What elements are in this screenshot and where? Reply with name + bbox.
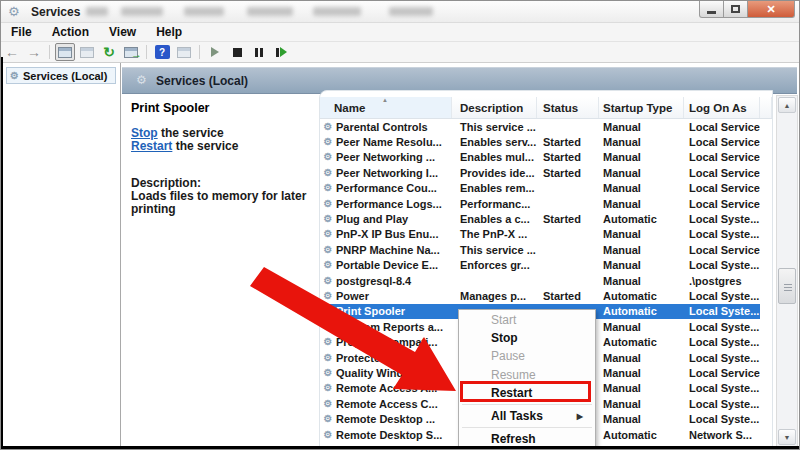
description-text: printing [131, 202, 176, 216]
menu-view[interactable]: View [99, 25, 146, 39]
column-header-status[interactable]: Status [537, 97, 599, 118]
cell-startup: Manual [599, 367, 684, 379]
forward-button[interactable]: → [24, 43, 44, 61]
tree-item-services-local[interactable]: ⚙ Services (Local) [6, 67, 116, 84]
table-row[interactable]: ⚙Performance Logs...Performanc...ManualL… [320, 196, 760, 211]
column-header-log-on-as[interactable]: Log On As [684, 97, 760, 118]
service-gear-icon: ⚙ [320, 137, 336, 147]
console-window-icon [80, 47, 94, 58]
cell-name: Quality Windows A... [336, 367, 452, 379]
table-row[interactable]: ⚙Parental ControlsThis service ...Manual… [320, 119, 760, 134]
services-app-icon: ⚙ [8, 4, 20, 19]
table-row[interactable]: ⚙Performance Cou...Enables rem...ManualL… [320, 181, 760, 196]
cell-status: Started [537, 136, 599, 148]
stop-service-link[interactable]: Stop [131, 126, 158, 140]
console-tree-pane: ⚙ Services (Local) [3, 63, 121, 446]
column-header-name[interactable]: Name▲ [320, 97, 452, 118]
cell-logon: Local Syste... [684, 321, 760, 333]
service-gear-icon: ⚙ [320, 245, 336, 255]
service-gear-icon: ⚙ [320, 306, 336, 316]
context-menu-item-all-tasks[interactable]: All Tasks▶ [459, 407, 595, 425]
service-gear-icon: ⚙ [320, 122, 336, 132]
minimize-icon [707, 11, 716, 14]
service-gear-icon: ⚙ [320, 229, 336, 239]
cell-startup: Manual [599, 136, 684, 148]
service-gear-icon: ⚙ [320, 199, 336, 209]
stop-service-button[interactable] [227, 43, 247, 61]
column-header-extra [760, 97, 772, 118]
scrollbar-thumb[interactable] [778, 268, 796, 304]
cell-startup: Manual [599, 352, 684, 364]
cell-logon: Local Service [684, 367, 760, 379]
console-window-button[interactable] [77, 43, 97, 61]
close-button[interactable]: ✕ [747, 1, 795, 18]
cell-startup: Manual [599, 151, 684, 163]
menu-file[interactable]: File [1, 25, 42, 39]
background-strip [1, 57, 3, 450]
column-header-startup-type[interactable]: Startup Type [599, 97, 684, 118]
back-button[interactable]: ← [2, 43, 22, 61]
menu-action[interactable]: Action [42, 25, 99, 39]
scroll-down-button[interactable]: ▼ [778, 429, 796, 445]
start-service-button[interactable] [205, 43, 225, 61]
cell-logon: Local Syste... [684, 336, 760, 348]
context-menu-item-stop[interactable]: Stop [459, 329, 595, 347]
context-menu-item-start: Start [459, 311, 595, 329]
cell-name: Plug and Play [336, 213, 452, 225]
maximize-button[interactable] [723, 1, 748, 18]
service-gear-icon: ⚙ [320, 353, 336, 363]
cell-name: Program Compati... [336, 336, 452, 348]
cell-name: Protected Storage [336, 352, 452, 364]
cell-startup: Manual [599, 228, 684, 240]
forward-icon: → [27, 45, 41, 59]
menu-separator [462, 427, 592, 428]
minimize-button[interactable] [699, 1, 724, 18]
refresh-button[interactable]: ↻ [99, 43, 119, 61]
cell-logon: Local Syste... [684, 213, 760, 225]
service-gear-icon: ⚙ [320, 322, 336, 332]
service-gear-icon: ⚙ [320, 276, 336, 286]
refresh-icon: ↻ [103, 45, 115, 59]
table-row[interactable]: ⚙PNRP Machine Na...This service ...Manua… [320, 242, 760, 257]
cell-logon: Local Service [684, 244, 760, 256]
service-gear-icon: ⚙ [320, 168, 336, 178]
cell-desc: Enables a c... [452, 213, 537, 225]
action-pane-button[interactable] [174, 43, 194, 61]
cell-startup: Manual [599, 382, 684, 394]
scroll-up-button[interactable]: ▲ [778, 97, 796, 113]
blurred-text [247, 7, 293, 16]
table-row[interactable]: ⚙postgresql-8.4Manual.\postgres [320, 273, 760, 288]
restart-service-button[interactable] [271, 43, 291, 61]
cell-startup: Manual [599, 413, 684, 425]
table-row[interactable]: ⚙PowerManages p...StartedAutomaticLocal … [320, 288, 760, 303]
cell-startup: Manual [599, 121, 684, 133]
table-row[interactable]: ⚙PnP-X IP Bus Enu...The PnP-X ...ManualL… [320, 227, 760, 242]
cell-name: Peer Networking ... [336, 151, 452, 163]
table-row[interactable]: ⚙Peer Networking ...Enables mul...Starte… [320, 150, 760, 165]
table-row[interactable]: ⚙Plug and PlayEnables a c...StartedAutom… [320, 211, 760, 226]
export-list-button[interactable]: → [121, 43, 141, 61]
table-row[interactable]: ⚙Portable Device E...Enforces gr...Manua… [320, 258, 760, 273]
restart-service-link[interactable]: Restart [131, 139, 172, 153]
cell-desc: Manages p... [452, 290, 537, 302]
show-console-tree-button[interactable] [55, 43, 75, 61]
maximize-icon [731, 5, 740, 13]
services-gear-icon: ⚙ [136, 74, 147, 86]
start-service-icon [211, 47, 219, 57]
vertical-scrollbar[interactable]: ▲ ▼ [776, 95, 798, 447]
table-row[interactable]: ⚙Peer Networking I...Provides ide...Star… [320, 165, 760, 180]
cell-logon: Local Service [684, 167, 760, 179]
help-button[interactable]: ? [152, 43, 172, 61]
service-gear-icon: ⚙ [320, 214, 336, 224]
pause-service-button[interactable] [249, 43, 269, 61]
menu-help[interactable]: Help [146, 25, 192, 39]
blurred-text [313, 7, 361, 16]
cell-startup: Automatic [599, 429, 684, 441]
table-row[interactable]: ⚙Peer Name Resolu...Enables serv...Start… [320, 134, 760, 149]
column-header-description[interactable]: Description [452, 97, 537, 118]
close-icon: ✕ [766, 3, 775, 16]
cell-status: Started [537, 290, 599, 302]
list-header: Name▲ Description Status Startup Type Lo… [320, 97, 772, 119]
selected-service-name: Print Spooler [131, 101, 209, 115]
cell-logon: Network S... [684, 429, 760, 441]
